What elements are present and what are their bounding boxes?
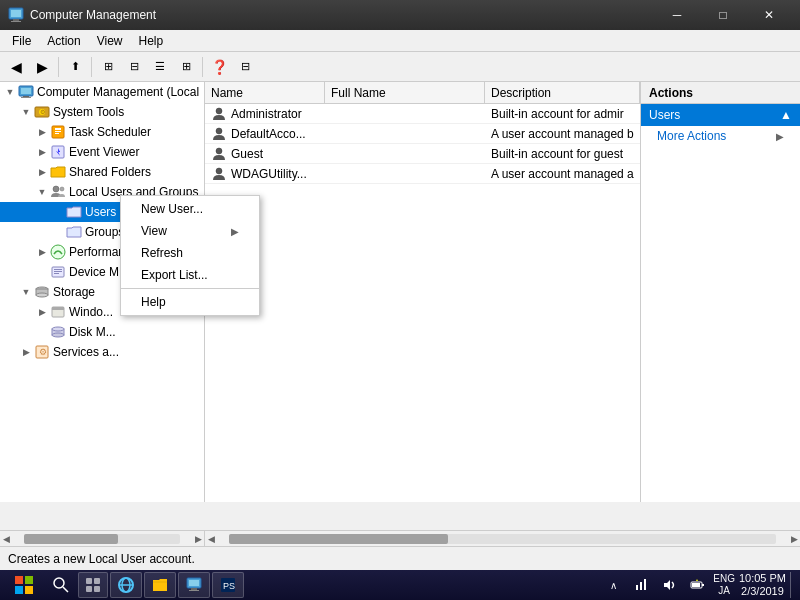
scroll-right-track[interactable]	[229, 534, 776, 544]
powershell-button[interactable]: PS	[212, 572, 244, 598]
tree-services[interactable]: ▶ ⚙ Services a...	[0, 342, 204, 362]
menu-file[interactable]: File	[4, 30, 39, 52]
menu-action[interactable]: Action	[39, 30, 88, 52]
tree-event-icon	[50, 144, 66, 160]
ctx-export[interactable]: Export List...	[121, 264, 259, 286]
network-icon[interactable]	[629, 572, 653, 598]
scroll-left-thumb[interactable]	[24, 534, 118, 544]
svg-rect-61	[702, 584, 704, 586]
maximize-button[interactable]: □	[700, 0, 746, 30]
col-name[interactable]: Name	[205, 82, 325, 103]
tree-root[interactable]: ▼ Computer Management (Local	[0, 82, 204, 102]
tree-disk[interactable]: Disk M...	[0, 322, 204, 342]
show-desktop-button[interactable]	[790, 572, 796, 598]
tree-root-expand[interactable]: ▼	[2, 84, 18, 100]
taskbar: PS ∧ ENG	[0, 570, 800, 600]
tree-local-expand[interactable]: ▼	[34, 184, 50, 200]
toolbar-grid[interactable]: ⊟	[122, 55, 146, 79]
tree-services-expand[interactable]: ▶	[18, 344, 34, 360]
menu-help[interactable]: Help	[131, 30, 172, 52]
minimize-button[interactable]: ─	[654, 0, 700, 30]
view-submenu-arrow: ▶	[231, 226, 239, 237]
tree-event-expand[interactable]: ▶	[34, 144, 50, 160]
ctx-help[interactable]: Help	[121, 291, 259, 313]
tree-services-label: Services a...	[53, 345, 119, 359]
scroll-right-right-arrow[interactable]: ▶	[788, 534, 800, 544]
scroll-right-arrow[interactable]: ▶	[192, 534, 204, 544]
svg-rect-62	[692, 583, 700, 587]
list-row[interactable]: DefaultAcco... A user account managed b	[205, 124, 640, 144]
scroll-left-arrow[interactable]: ◀	[0, 534, 12, 544]
cell-name-default: DefaultAcco...	[205, 125, 325, 143]
taskbar-clock[interactable]: 10:05 PM 2/3/2019	[739, 572, 786, 598]
col-fullname[interactable]: Full Name	[325, 82, 485, 103]
computer-mgmt-taskbar[interactable]	[178, 572, 210, 598]
search-button[interactable]	[46, 572, 76, 598]
tree-system-label: System Tools	[53, 105, 124, 119]
toolbar-back[interactable]: ◀	[4, 55, 28, 79]
toolbar-sep2	[91, 57, 92, 77]
taskbar-chevron[interactable]: ∧	[601, 572, 625, 598]
tree-shared-folders[interactable]: ▶ Shared Folders	[0, 162, 204, 182]
taskview-button[interactable]	[78, 572, 108, 598]
tree-task-expand[interactable]: ▶	[34, 124, 50, 140]
scroll-right-thumb[interactable]	[229, 534, 448, 544]
battery-icon[interactable]	[685, 572, 709, 598]
svg-rect-6	[23, 96, 29, 97]
tree-storage-expand[interactable]: ▼	[18, 284, 34, 300]
toolbar-help[interactable]: ❓	[207, 55, 231, 79]
scroll-right-left-arrow[interactable]: ◀	[205, 534, 217, 544]
tree-perf-expand[interactable]: ▶	[34, 244, 50, 260]
tree-system-expand[interactable]: ▼	[18, 104, 34, 120]
toolbar-props[interactable]: ⊞	[174, 55, 198, 79]
tree-shared-label: Shared Folders	[69, 165, 151, 179]
cell-fullname-admin	[325, 113, 485, 115]
cell-desc-wdag: A user account managed a	[485, 166, 640, 182]
tree-users-expand	[50, 204, 66, 220]
toolbar-forward[interactable]: ▶	[30, 55, 54, 79]
tree-event-viewer[interactable]: ▶ Event Viewer	[0, 142, 204, 162]
scroll-left-track[interactable]	[24, 534, 180, 544]
tree-system-tools[interactable]: ▼ ⚙ System Tools	[0, 102, 204, 122]
scroll-right: ◀ ▶	[205, 531, 800, 546]
svg-rect-58	[644, 579, 646, 590]
ctx-new-user[interactable]: New User...	[121, 198, 259, 220]
ctx-view[interactable]: View ▶	[121, 220, 259, 242]
cell-name-wdag: WDAGUtility...	[205, 165, 325, 183]
actions-more[interactable]: More Actions ▶	[641, 126, 800, 146]
list-row[interactable]: WDAGUtility... A user account managed a	[205, 164, 640, 184]
toolbar-show-hide[interactable]: ⊞	[96, 55, 120, 79]
col-description[interactable]: Description	[485, 82, 640, 103]
toolbar-list[interactable]: ☰	[148, 55, 172, 79]
tree-task-icon	[50, 124, 66, 140]
toolbar-extra[interactable]: ⊟	[233, 55, 257, 79]
svg-rect-27	[52, 307, 64, 310]
close-button[interactable]: ✕	[746, 0, 792, 30]
tree-groups-expand	[50, 224, 66, 240]
language-indicator[interactable]: ENG JA	[713, 573, 735, 597]
svg-rect-2	[13, 19, 19, 21]
toolbar-up[interactable]: ⬆	[63, 55, 87, 79]
list-row[interactable]: Administrator Built-in account for admir	[205, 104, 640, 124]
ctx-refresh[interactable]: Refresh	[121, 242, 259, 264]
cell-desc-default: A user account managed b	[485, 126, 640, 142]
list-row[interactable]: Guest Built-in account for guest	[205, 144, 640, 164]
svg-rect-14	[55, 133, 59, 134]
svg-rect-52	[191, 588, 197, 590]
menu-view[interactable]: View	[89, 30, 131, 52]
section-collapse-icon[interactable]: ▲	[780, 108, 792, 122]
tree-windo-expand[interactable]: ▶	[34, 304, 50, 320]
tree-device-icon	[50, 264, 66, 280]
svg-point-33	[216, 108, 222, 114]
start-button[interactable]	[4, 572, 44, 598]
svg-rect-38	[25, 576, 33, 584]
tree-local-icon	[50, 184, 66, 200]
explorer-button[interactable]	[144, 572, 176, 598]
svg-rect-20	[54, 269, 62, 270]
ie-button[interactable]	[110, 572, 142, 598]
actions-header: Actions	[641, 82, 800, 104]
tree-task-scheduler[interactable]: ▶ Task Scheduler	[0, 122, 204, 142]
volume-icon[interactable]	[657, 572, 681, 598]
svg-line-42	[63, 587, 68, 592]
tree-shared-expand[interactable]: ▶	[34, 164, 50, 180]
